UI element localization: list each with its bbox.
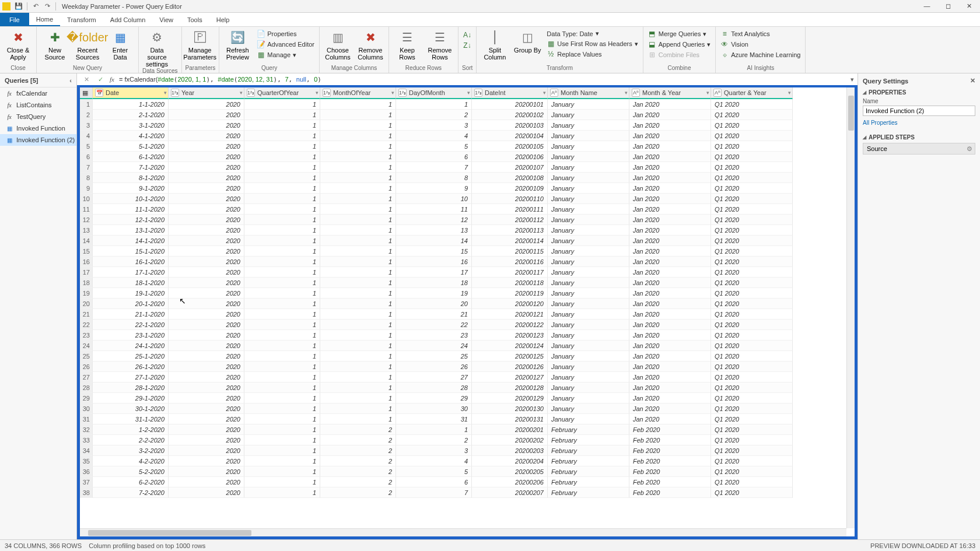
- cell[interactable]: 25: [396, 351, 472, 362]
- row-number[interactable]: 1: [80, 99, 93, 110]
- cell[interactable]: 7-1-2020: [93, 162, 169, 173]
- cell[interactable]: 11-1-2020: [93, 204, 169, 215]
- column-header-quarter-year[interactable]: AᴮQuarter & Year▾: [711, 87, 793, 99]
- cell[interactable]: 24-1-2020: [93, 341, 169, 351]
- cell[interactable]: January: [548, 204, 629, 215]
- row-number[interactable]: 3: [80, 120, 93, 131]
- cell[interactable]: 2: [396, 435, 472, 445]
- cell[interactable]: 1: [244, 393, 320, 403]
- cell[interactable]: 1: [244, 162, 320, 173]
- cell[interactable]: 1: [244, 414, 320, 424]
- cell[interactable]: 1: [320, 309, 396, 320]
- cell[interactable]: Q1 2020: [711, 299, 793, 309]
- cell[interactable]: 6: [396, 152, 472, 162]
- row-number[interactable]: 9: [80, 183, 93, 194]
- cell[interactable]: 1: [244, 173, 320, 183]
- cell[interactable]: 1: [244, 204, 320, 215]
- enter-data-button[interactable]: ▦Enter Data: [106, 28, 135, 61]
- cell[interactable]: January: [548, 320, 629, 330]
- column-filter-icon[interactable]: ▾: [240, 90, 243, 96]
- cell[interactable]: 1: [320, 382, 396, 393]
- tab-transform[interactable]: Transform: [60, 13, 103, 26]
- cell[interactable]: 2020: [169, 466, 244, 477]
- cell[interactable]: February: [548, 487, 629, 498]
- cell[interactable]: January: [548, 183, 629, 194]
- cell[interactable]: 31: [396, 414, 472, 424]
- cell[interactable]: 2020: [169, 110, 244, 120]
- cell[interactable]: 2020: [169, 456, 244, 466]
- cell[interactable]: 2020: [169, 267, 244, 278]
- cell[interactable]: 1: [320, 204, 396, 215]
- cell[interactable]: 1: [244, 320, 320, 330]
- cell[interactable]: 23: [396, 330, 472, 341]
- cell[interactable]: 1: [320, 131, 396, 141]
- cell[interactable]: Q1 2020: [711, 204, 793, 215]
- cell[interactable]: 20-1-2020: [93, 299, 169, 309]
- column-filter-icon[interactable]: ▾: [788, 90, 791, 96]
- cell[interactable]: 10: [396, 194, 472, 204]
- cell[interactable]: Jan 2020: [629, 362, 711, 372]
- cell[interactable]: 1: [244, 309, 320, 320]
- cell[interactable]: 16-1-2020: [93, 257, 169, 267]
- cell[interactable]: 1: [320, 278, 396, 288]
- cell[interactable]: 2020: [169, 120, 244, 131]
- cell[interactable]: 1: [244, 267, 320, 278]
- cell[interactable]: February: [548, 435, 629, 445]
- cell[interactable]: 20: [396, 299, 472, 309]
- cell[interactable]: 9-1-2020: [93, 183, 169, 194]
- cell[interactable]: 22: [396, 320, 472, 330]
- cell[interactable]: 1: [320, 362, 396, 372]
- tab-tools[interactable]: Tools: [180, 13, 209, 26]
- cell[interactable]: 20200203: [472, 445, 548, 456]
- formula-input[interactable]: = fxCalendar(#date(2020, 1, 1), #date(20…: [119, 76, 846, 83]
- cell[interactable]: January: [548, 131, 629, 141]
- cell[interactable]: Feb 2020: [629, 424, 711, 435]
- row-number[interactable]: 34: [80, 445, 93, 456]
- cell[interactable]: 1: [396, 99, 472, 110]
- split-column-button[interactable]: ⎮Split Column: [480, 28, 509, 61]
- cell[interactable]: 1: [244, 487, 320, 498]
- cell[interactable]: 21: [396, 309, 472, 320]
- advanced-editor-button[interactable]: 📝Advanced Editor: [256, 40, 316, 49]
- cell[interactable]: Jan 2020: [629, 330, 711, 341]
- cell[interactable]: 20200101: [472, 99, 548, 110]
- cell[interactable]: Q1 2020: [711, 99, 793, 110]
- cell[interactable]: 1: [244, 99, 320, 110]
- cell[interactable]: Jan 2020: [629, 341, 711, 351]
- query-item-invoked-function-2-[interactable]: ▦Invoked Function (2): [0, 134, 76, 146]
- sort-desc-button[interactable]: Z↓: [462, 41, 473, 50]
- close-settings-icon[interactable]: ✕: [970, 77, 975, 85]
- cell[interactable]: 20200105: [472, 141, 548, 152]
- cell[interactable]: Jan 2020: [629, 236, 711, 246]
- cell[interactable]: 1: [244, 382, 320, 393]
- cell[interactable]: 2020: [169, 131, 244, 141]
- cell[interactable]: Jan 2020: [629, 173, 711, 183]
- cell[interactable]: 3-2-2020: [93, 445, 169, 456]
- row-number[interactable]: 33: [80, 435, 93, 445]
- cell[interactable]: January: [548, 120, 629, 131]
- cell[interactable]: 1-2-2020: [93, 424, 169, 435]
- column-filter-icon[interactable]: ▾: [467, 90, 470, 96]
- cell[interactable]: 2020: [169, 278, 244, 288]
- cell[interactable]: 4: [396, 456, 472, 466]
- cell[interactable]: 1: [244, 257, 320, 267]
- new-source-button[interactable]: ✚New Source: [40, 28, 69, 61]
- horizontal-scrollbar[interactable]: [80, 528, 846, 536]
- cell[interactable]: 1: [244, 466, 320, 477]
- cell[interactable]: 21-1-2020: [93, 309, 169, 320]
- column-filter-icon[interactable]: ▾: [543, 90, 546, 96]
- cell[interactable]: January: [548, 173, 629, 183]
- cell[interactable]: 20200106: [472, 152, 548, 162]
- cell[interactable]: 20200113: [472, 225, 548, 236]
- query-item-invoked-function[interactable]: ▦Invoked Function: [0, 122, 76, 134]
- row-number[interactable]: 13: [80, 225, 93, 236]
- cell[interactable]: 2020: [169, 424, 244, 435]
- cell[interactable]: 17-1-2020: [93, 267, 169, 278]
- cell[interactable]: 2020: [169, 204, 244, 215]
- cell[interactable]: January: [548, 215, 629, 225]
- cell[interactable]: 8-1-2020: [93, 173, 169, 183]
- cell[interactable]: Feb 2020: [629, 477, 711, 487]
- row-number[interactable]: 30: [80, 403, 93, 414]
- cell[interactable]: 2020: [169, 152, 244, 162]
- cell[interactable]: 4-1-2020: [93, 131, 169, 141]
